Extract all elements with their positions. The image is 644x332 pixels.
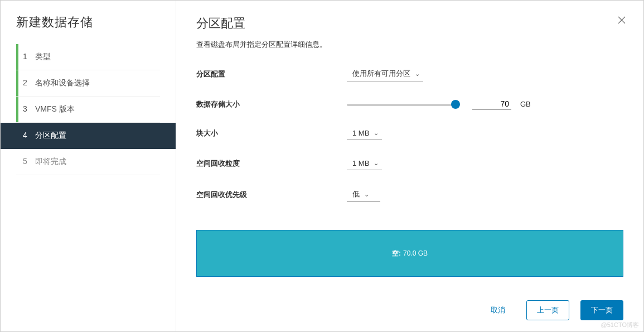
page-title: 分区配置 bbox=[196, 15, 623, 32]
select-partition-config[interactable]: 使用所有可用分区 ⌄ bbox=[347, 66, 423, 81]
step-type[interactable]: 1 类型 bbox=[16, 44, 160, 70]
size-input[interactable] bbox=[472, 98, 511, 110]
disk-free-value: 70.0 GB bbox=[403, 249, 428, 257]
close-icon bbox=[617, 15, 627, 25]
wizard-dialog: 新建数据存储 1 类型 2 名称和设备选择 3 VMFS 版本 4 分区配置 5… bbox=[0, 0, 644, 332]
step-number: 1 bbox=[23, 52, 33, 61]
step-name-device[interactable]: 2 名称和设备选择 bbox=[16, 70, 160, 97]
size-unit: GB bbox=[520, 100, 531, 108]
select-reclaim-granularity[interactable]: 1 MB ⌄ bbox=[347, 157, 382, 170]
select-reclaim-priority[interactable]: 低 ⌄ bbox=[347, 187, 380, 202]
label-reclaim-priority: 空间回收优先级 bbox=[196, 190, 347, 200]
step-label: VMFS 版本 bbox=[35, 104, 75, 113]
row-datastore-size: 数据存储大小 GB bbox=[196, 98, 623, 110]
disk-layout-block: 空: 70.0 GB bbox=[196, 230, 623, 277]
row-reclaim-priority: 空间回收优先级 低 ⌄ bbox=[196, 187, 623, 202]
chevron-down-icon: ⌄ bbox=[364, 191, 369, 198]
step-number: 5 bbox=[23, 157, 33, 166]
cancel-button[interactable]: 取消 bbox=[481, 301, 515, 320]
size-slider[interactable] bbox=[347, 99, 456, 110]
close-button[interactable] bbox=[617, 15, 627, 27]
select-block-size[interactable]: 1 MB ⌄ bbox=[347, 127, 382, 140]
step-list: 1 类型 2 名称和设备选择 3 VMFS 版本 4 分区配置 5 即将完成 bbox=[1, 44, 176, 175]
label-reclaim-granularity: 空间回收粒度 bbox=[196, 158, 347, 169]
step-label: 名称和设备选择 bbox=[35, 78, 90, 87]
row-reclaim-granularity: 空间回收粒度 1 MB ⌄ bbox=[196, 157, 623, 170]
next-button[interactable]: 下一页 bbox=[580, 300, 623, 320]
chevron-down-icon: ⌄ bbox=[374, 129, 379, 137]
label-partition-config: 分区配置 bbox=[196, 69, 347, 79]
wizard-content: 分区配置 查看磁盘布局并指定分区配置详细信息。 分区配置 使用所有可用分区 ⌄ … bbox=[176, 1, 643, 331]
chevron-down-icon: ⌄ bbox=[374, 160, 379, 167]
select-value: 1 MB bbox=[352, 129, 369, 137]
step-label: 类型 bbox=[35, 52, 51, 61]
wizard-footer: 取消 上一页 下一页 bbox=[196, 289, 623, 320]
watermark: @51CTO博客 bbox=[601, 321, 639, 329]
row-partition-config: 分区配置 使用所有可用分区 ⌄ bbox=[196, 66, 623, 81]
wizard-title: 新建数据存储 bbox=[1, 14, 176, 44]
slider-thumb[interactable] bbox=[451, 100, 460, 109]
chevron-down-icon: ⌄ bbox=[415, 70, 420, 78]
step-label: 即将完成 bbox=[35, 157, 66, 166]
step-number: 2 bbox=[23, 78, 33, 87]
select-value: 使用所有可用分区 bbox=[352, 69, 410, 79]
step-number: 3 bbox=[23, 104, 33, 113]
step-label: 分区配置 bbox=[35, 131, 66, 139]
disk-free-label: 空: bbox=[392, 249, 401, 258]
select-value: 低 bbox=[352, 189, 360, 199]
wizard-sidebar: 新建数据存储 1 类型 2 名称和设备选择 3 VMFS 版本 4 分区配置 5… bbox=[1, 1, 176, 331]
back-button[interactable]: 上一页 bbox=[526, 300, 569, 320]
step-vmfs-version[interactable]: 3 VMFS 版本 bbox=[16, 97, 160, 123]
label-datastore-size: 数据存储大小 bbox=[196, 99, 347, 109]
row-block-size: 块大小 1 MB ⌄ bbox=[196, 127, 623, 140]
step-number: 4 bbox=[23, 131, 33, 139]
page-description: 查看磁盘布局并指定分区配置详细信息。 bbox=[196, 40, 623, 50]
label-block-size: 块大小 bbox=[196, 128, 347, 138]
select-value: 1 MB bbox=[352, 159, 369, 167]
slider-track bbox=[347, 104, 456, 106]
step-ready[interactable]: 5 即将完成 bbox=[16, 149, 160, 175]
step-partition-config[interactable]: 4 分区配置 bbox=[1, 123, 176, 149]
